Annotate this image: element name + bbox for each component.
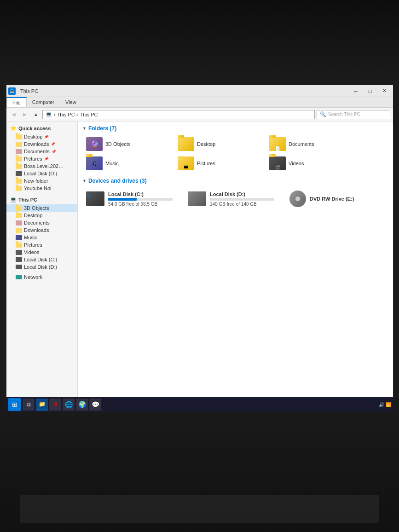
sidebar-item-pictures-pc[interactable]: Pictures: [6, 241, 77, 249]
drive-item-d[interactable]: Local Disk (D:) 140 GB free of 140 GB: [184, 188, 283, 210]
sidebar-item-local-d[interactable]: Local Disk (D:): [6, 263, 77, 271]
search-placeholder: Search This PC: [328, 112, 360, 117]
sidebar-item-videos-pc[interactable]: Videos: [6, 249, 77, 256]
back-button[interactable]: ◀: [9, 110, 18, 119]
tab-view[interactable]: View: [60, 97, 82, 107]
drive-c-info: Local Disk (C:) 54.0 GB free of 96.5 GB: [108, 191, 178, 207]
documents-folder-icon: [269, 137, 286, 151]
folder-item-desktop[interactable]: Desktop: [174, 135, 264, 153]
sidebar-item-desktop-pc[interactable]: Desktop: [6, 212, 77, 219]
forward-button[interactable]: ▶: [20, 110, 29, 119]
folder-icon: [16, 156, 22, 162]
downloads-icon: [16, 142, 22, 147]
folder-item-music[interactable]: ♫ Music: [82, 155, 172, 172]
photo-background-top: [0, 0, 399, 85]
drives-section-header[interactable]: ▼ Devices and drives (3): [82, 178, 388, 184]
main-area: ⭐ Quick access Desktop 📌 Downloads 📌 Doc…: [6, 121, 393, 401]
chevron-icon: ▼: [82, 126, 87, 131]
up-button[interactable]: ▲: [31, 110, 40, 119]
sidebar-item-local-disk-d[interactable]: Local Disk (D:): [6, 170, 77, 177]
sidebar-item-local-c[interactable]: Local Disk (C:): [6, 256, 77, 263]
docs-icon: [16, 149, 22, 154]
sidebar-item-desktop[interactable]: Desktop 📌: [6, 133, 77, 140]
address-path[interactable]: 💻 › This PC › This PC: [42, 110, 315, 119]
folder-item-3dobjects[interactable]: 🔮 3D Objects: [82, 135, 172, 153]
window-title: This PC: [20, 88, 38, 94]
desktop-folder-icon: [178, 137, 194, 151]
sidebar-item-documents-pc[interactable]: Documents: [6, 219, 77, 226]
sidebar-item-music-pc[interactable]: Music: [6, 234, 77, 241]
folder-item-pictures[interactable]: Pictures: [174, 155, 264, 172]
music-icon: [16, 235, 22, 240]
sidebar-item-new-folder[interactable]: New folder: [6, 177, 77, 185]
path-current: This PC: [80, 112, 98, 117]
videos-icon: [16, 250, 22, 255]
drive-d-bar: [210, 198, 210, 201]
pictures-folder-icon: [178, 156, 194, 170]
browser-button-2[interactable]: 🌍: [76, 399, 88, 411]
drive-icon: [16, 257, 22, 262]
search-icon: 🔍: [320, 111, 326, 117]
drive-d-bar-container: [210, 198, 274, 201]
close-button[interactable]: ✕: [377, 85, 391, 97]
file-explorer-button[interactable]: 📁: [36, 399, 48, 411]
folder-item-documents[interactable]: Documents: [266, 135, 355, 153]
whatsapp-button[interactable]: 💬: [89, 399, 101, 411]
sidebar-item-youtube-noi[interactable]: Youtube Noi: [6, 185, 77, 192]
sidebar-item-this-pc[interactable]: 3D Objects: [6, 204, 77, 212]
chevron-icon: ▼: [82, 179, 87, 183]
network-icon: [16, 275, 22, 279]
path-computer-icon: 💻: [46, 111, 52, 117]
browser-button-1[interactable]: 🌐: [63, 399, 75, 411]
drive-d-name: Local Disk (D:): [210, 191, 279, 197]
address-bar: ◀ ▶ ▲ 💻 › This PC › This PC 🔍 Search Thi…: [6, 108, 393, 121]
window-controls: ─ □ ✕: [349, 85, 391, 97]
taskbar: ⊞ ⧉ 📁 N 🌐 🌍 💬 🔊 📶: [6, 397, 393, 412]
task-view-button[interactable]: ⧉: [23, 399, 35, 411]
folder-icon: [16, 243, 22, 248]
drive-c-bar: [108, 198, 137, 201]
music-folder-icon: ♫: [86, 156, 103, 170]
folder-icon: [16, 134, 22, 139]
drive-d-icon: [188, 191, 206, 206]
quick-access-header[interactable]: ⭐ Quick access: [6, 123, 77, 133]
sidebar-item-pictures[interactable]: Pictures 📌: [6, 155, 77, 162]
keyboard: [20, 495, 379, 523]
drive-item-e[interactable]: DVD RW Drive (E:): [286, 188, 385, 210]
tab-file[interactable]: File: [6, 97, 27, 107]
photo-background-bottom: [0, 403, 399, 532]
videos-folder-icon: [269, 156, 286, 170]
minimize-button[interactable]: ─: [349, 85, 363, 97]
folder-item-videos[interactable]: Videos: [266, 155, 355, 172]
maximize-button[interactable]: □: [363, 85, 377, 97]
folder-icon: [16, 213, 22, 218]
pin-icon: 📌: [44, 135, 49, 139]
search-box[interactable]: 🔍 Search This PC: [317, 110, 390, 119]
pc-icon: 💻: [10, 197, 17, 202]
folders-section-header[interactable]: ▼ Folders (7): [82, 125, 388, 132]
downloads-icon: [16, 228, 22, 233]
this-pc-header[interactable]: 💻 This PC: [6, 195, 77, 204]
pin-icon: 📌: [52, 150, 56, 154]
drives-grid: Local Disk (C:) 54.0 GB free of 96.5 GB …: [82, 188, 388, 210]
sidebar-item-documents[interactable]: Documents 📌: [6, 148, 77, 155]
drive-e-name: DVD RW Drive (E:): [310, 196, 381, 202]
sidebar-item-network[interactable]: Network: [6, 273, 77, 281]
ribbon: File Computer View: [6, 97, 393, 108]
folder-icon: [16, 186, 22, 191]
sidebar: ⭐ Quick access Desktop 📌 Downloads 📌 Doc…: [6, 121, 78, 401]
window-icon: 💻: [8, 87, 16, 95]
star-icon: ⭐: [10, 125, 17, 131]
sidebar-item-downloads-pc[interactable]: Downloads: [6, 226, 77, 234]
sidebar-item-boss-level[interactable]: Boss.Level.2020.108: [6, 162, 77, 170]
folder-icon: [16, 206, 22, 211]
sidebar-item-downloads[interactable]: Downloads 📌: [6, 140, 77, 148]
drive-icon: [16, 171, 22, 176]
pin-icon: 📌: [44, 157, 49, 161]
start-button[interactable]: ⊞: [8, 398, 21, 411]
drive-item-c[interactable]: Local Disk (C:) 54.0 GB free of 96.5 GB: [82, 188, 181, 210]
ribbon-tabs: File Computer View: [6, 97, 393, 107]
netflix-button[interactable]: N: [49, 399, 61, 411]
tab-computer[interactable]: Computer: [27, 97, 60, 107]
drive-c-icon: [86, 191, 104, 206]
